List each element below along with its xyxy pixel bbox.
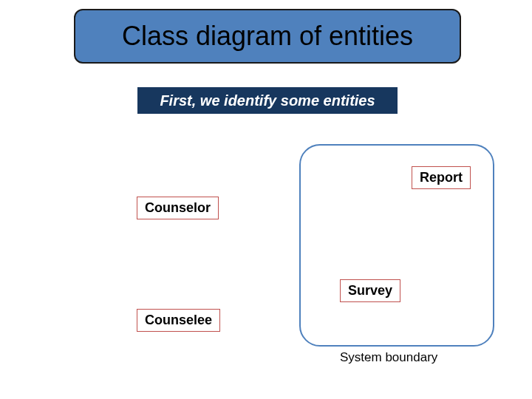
entity-counselor: Counselor — [137, 197, 219, 219]
subtitle-container: First, we identify some entities — [137, 87, 398, 114]
entity-survey: Survey — [340, 279, 400, 302]
page-title: Class diagram of entities — [122, 21, 413, 52]
entity-report: Report — [412, 166, 471, 189]
title-container: Class diagram of entities — [74, 9, 461, 64]
entity-counselee: Counselee — [137, 309, 220, 332]
boundary-label: System boundary — [340, 350, 437, 365]
subtitle-text: First, we identify some entities — [160, 92, 375, 109]
